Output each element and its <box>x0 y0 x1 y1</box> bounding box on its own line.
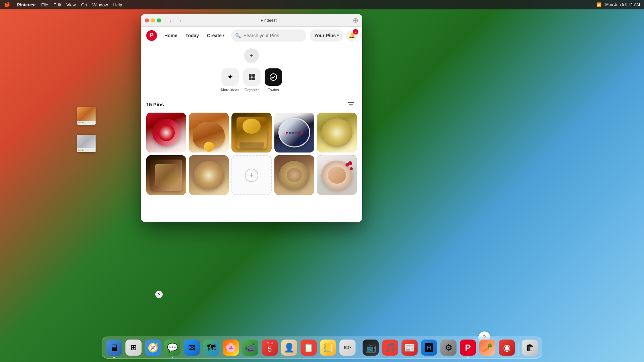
add-pin-icon: + <box>245 169 258 182</box>
menu-window[interactable]: Window <box>92 2 108 7</box>
thumb-bar-2 <box>77 148 96 152</box>
facetime-icon: 📹 <box>245 343 256 353</box>
dock-item-notes[interactable]: 📒 <box>319 339 337 356</box>
mission-control-area: ✕ <box>77 107 96 129</box>
dock-separator <box>359 343 359 356</box>
mc-close-icon-2[interactable]: ✕ <box>155 291 163 298</box>
dock-item-maps[interactable]: 🗺 <box>203 339 220 356</box>
menu-view[interactable]: View <box>66 2 76 7</box>
create-label: Create <box>207 33 222 38</box>
menu-bar-left: 🍎 Pinterest File Edit View Go Window Hel… <box>4 2 122 8</box>
browser-title: Pinterest <box>187 18 350 23</box>
browser-window: ‹ › Pinterest P Home Today Create ▾ 🔍 Yo… <box>141 14 362 222</box>
dock-item-facetime[interactable]: 📹 <box>241 339 259 356</box>
messages-button[interactable]: 💬 <box>360 30 362 41</box>
pocketcasts-icon: ◉ <box>503 343 511 353</box>
nav-home[interactable]: Home <box>161 31 181 40</box>
todos-button[interactable]: To-dos <box>265 68 282 92</box>
mc-dot-yellow-2 <box>80 149 82 151</box>
trash-icon: 🗑 <box>526 343 534 353</box>
organize-button[interactable]: Organize <box>243 68 261 92</box>
systemsettings-icon: ⚙ <box>445 343 452 353</box>
maps-icon: 🗺 <box>207 343 216 353</box>
pins-grid: + <box>141 113 362 200</box>
dock-item-pinterest[interactable]: P <box>459 339 477 356</box>
dock-item-systemsettings[interactable]: ⚙ <box>440 339 457 356</box>
pinterest-logo[interactable]: P <box>146 30 157 41</box>
pin-card[interactable] <box>146 113 186 153</box>
dock-item-contacts[interactable]: 👤 <box>280 339 298 356</box>
mc-dot-red <box>78 122 79 123</box>
dock-item-appstore[interactable]: 🅰 <box>420 339 438 356</box>
menu-edit[interactable]: Edit <box>54 2 61 7</box>
search-input[interactable] <box>244 33 302 38</box>
mission-control-thumb-2[interactable] <box>77 135 96 152</box>
mail-icon: ✉ <box>188 343 196 353</box>
photos-icon: 🌸 <box>225 343 236 353</box>
pin-card[interactable] <box>146 155 186 195</box>
forward-button[interactable]: › <box>176 16 184 24</box>
finder-icon: 🖥 <box>109 342 119 353</box>
menu-file[interactable]: File <box>41 2 48 7</box>
mission-control-thumb-1[interactable] <box>77 107 96 125</box>
thumb-bar-1 <box>77 121 96 125</box>
dock-item-launchpad[interactable]: ⊞ <box>125 339 142 356</box>
board-header: + <box>141 44 362 66</box>
dock-item-music[interactable]: 🎵 <box>381 339 399 356</box>
messages-icon: 💬 <box>167 343 178 353</box>
dock-item-news[interactable]: 📰 <box>401 339 418 356</box>
traffic-lights <box>145 18 161 22</box>
dock-item-photos[interactable]: 🌸 <box>222 339 239 356</box>
pins-header: 15 Pins <box>141 96 362 113</box>
create-chevron-icon: ▾ <box>223 34 224 37</box>
pin-card[interactable] <box>317 155 357 195</box>
minimize-button[interactable] <box>151 18 155 22</box>
maximize-button[interactable] <box>157 18 161 22</box>
todos-label: To-dos <box>268 88 279 92</box>
add-board-button[interactable]: + <box>244 48 259 63</box>
nav-today[interactable]: Today <box>182 31 202 40</box>
pin-card[interactable] <box>231 113 271 153</box>
dock-item-finder[interactable]: 🖥 <box>105 339 123 356</box>
dock-item-messages[interactable]: 💬 <box>164 339 181 356</box>
launchpad-icon: ⊞ <box>130 343 137 352</box>
appstore-icon: 🅰 <box>425 343 433 353</box>
close-button[interactable] <box>145 18 149 22</box>
dock-item-mail[interactable]: ✉ <box>183 339 201 356</box>
dock-item-appletv[interactable]: 📺 <box>362 339 379 356</box>
notifications-button[interactable]: 🔔 7 <box>346 30 358 41</box>
dock-item-calendar[interactable]: JUN 5 <box>261 339 278 356</box>
pin-card[interactable] <box>274 113 314 153</box>
pin-card[interactable] <box>189 155 229 195</box>
menu-go[interactable]: Go <box>81 2 87 7</box>
nav-create[interactable]: Create ▾ <box>204 31 228 40</box>
dock-item-freeform[interactable]: ✏ <box>339 339 356 356</box>
menu-time: Mon Jun 5 9:41 AM <box>605 2 640 7</box>
menu-bar-right: 📶 Mon Jun 5 9:41 AM <box>596 2 640 7</box>
dock-item-trash[interactable]: 🗑 <box>521 339 539 356</box>
pin-card[interactable] <box>274 155 314 195</box>
svg-rect-3 <box>249 74 252 77</box>
dock-item-reminders[interactable]: 📋 <box>300 339 317 356</box>
browser-nav: ‹ › <box>166 16 184 24</box>
more-ideas-button[interactable]: ✦ More ideas <box>221 68 239 92</box>
dock-item-carrot[interactable]: 🥕 <box>479 339 496 356</box>
pin-card[interactable] <box>317 113 357 153</box>
calendar-date: 5 <box>268 345 272 354</box>
pin-card[interactable] <box>189 113 229 153</box>
back-button[interactable]: ‹ <box>166 16 174 24</box>
menu-help[interactable]: Help <box>113 2 122 7</box>
dock-item-safari[interactable]: 🧭 <box>144 339 162 356</box>
search-bar[interactable]: 🔍 <box>231 29 306 42</box>
filter-button[interactable] <box>345 99 357 110</box>
dock-separator-2 <box>518 343 519 356</box>
browser-action-icon[interactable] <box>353 18 358 23</box>
pin-card-add[interactable]: + <box>231 155 271 195</box>
apple-logo-icon[interactable]: 🍎 <box>4 2 10 8</box>
dock-item-pocketcasts[interactable]: ◉ <box>498 339 516 356</box>
dock: 🖥 ⊞ 🧭 💬 ✉ 🗺 🌸 📹 <box>102 337 542 359</box>
reminders-icon: 📋 <box>303 343 314 353</box>
mc-dot-red-2 <box>78 149 79 151</box>
nav-icons-area: 🔔 7 💬 ▾ <box>346 30 362 41</box>
your-pins-button[interactable]: Your Pins ▾ <box>310 29 343 42</box>
